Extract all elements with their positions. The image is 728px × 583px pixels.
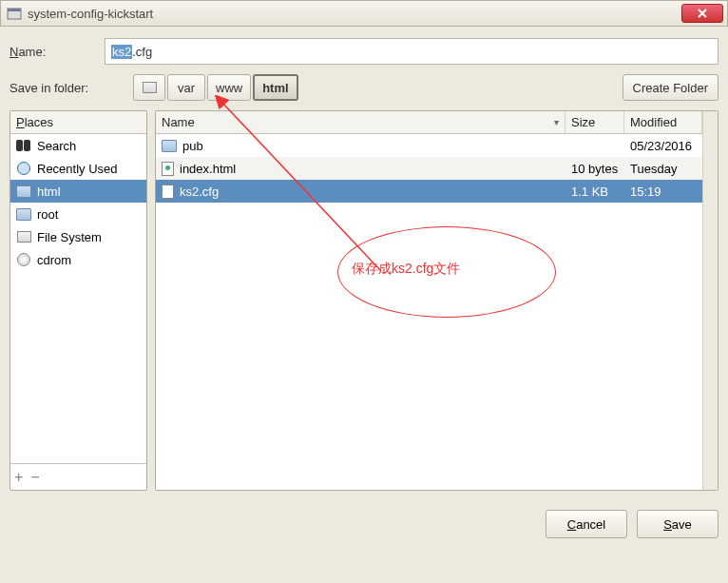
places-item-root[interactable]: root (10, 203, 146, 225)
disc-icon (17, 253, 30, 266)
path-crumb-html[interactable]: html (253, 74, 297, 101)
filename-selection: ks2 (111, 45, 132, 59)
close-button[interactable] (681, 4, 723, 23)
add-bookmark-button[interactable]: + (14, 469, 23, 486)
places-item-html[interactable]: html (10, 180, 146, 203)
path-crumb-www[interactable]: www (207, 74, 251, 101)
places-toolbar: + − (10, 463, 146, 490)
file-list-header: Name▾ Size Modified (156, 111, 702, 134)
clock-icon (17, 162, 30, 175)
cancel-button[interactable]: Cancel (546, 510, 627, 538)
svg-rect-1 (8, 9, 21, 11)
dialog-footer: Cancel Save (0, 498, 728, 538)
drive-icon (17, 231, 31, 243)
app-icon (7, 6, 22, 21)
places-panel: Places Search Recently Used html root Fi… (10, 110, 147, 491)
create-folder-button[interactable]: Create Folder (623, 74, 718, 101)
places-list: Search Recently Used html root File Syst… (10, 134, 146, 463)
folder-icon (162, 140, 177, 152)
drive-icon (143, 82, 157, 93)
path-crumb-var[interactable]: var (167, 74, 205, 101)
places-item-cdrom[interactable]: cdrom (10, 248, 146, 271)
window-title: system-config-kickstart (28, 7, 153, 21)
html-file-icon (162, 162, 174, 176)
binoculars-icon (16, 140, 31, 151)
folder-row: Save in folder: var www html Create Fold… (10, 74, 718, 101)
places-item-filesystem[interactable]: File System (10, 225, 146, 248)
places-header[interactable]: Places (10, 111, 146, 134)
remove-bookmark-button[interactable]: − (30, 469, 39, 486)
titlebar: system-config-kickstart (0, 0, 728, 27)
column-modified[interactable]: Modified (624, 111, 702, 133)
folder-icon (16, 185, 31, 198)
sort-indicator-icon: ▾ (554, 117, 559, 127)
file-row[interactable]: index.html 10 bytes Tuesday (156, 157, 702, 180)
file-list-panel: Name▾ Size Modified pub 05/23/2016 index… (155, 110, 718, 491)
places-item-recent[interactable]: Recently Used (10, 157, 146, 180)
file-list: pub 05/23/2016 index.html 10 bytes Tuesd… (156, 134, 702, 490)
column-size[interactable]: Size (565, 111, 624, 133)
folder-icon (16, 208, 31, 221)
vertical-scrollbar[interactable] (702, 111, 718, 490)
filename-input[interactable]: ks2.cfg (105, 38, 718, 65)
file-row[interactable]: pub 05/23/2016 (156, 134, 702, 157)
name-label: Name: (10, 45, 105, 59)
save-button[interactable]: Save (637, 510, 718, 538)
text-file-icon (162, 185, 174, 199)
column-name[interactable]: Name▾ (156, 111, 565, 133)
name-row: Name: ks2.cfg (10, 38, 718, 65)
places-item-search[interactable]: Search (10, 134, 146, 157)
path-root-button[interactable] (133, 74, 165, 101)
file-row[interactable]: ks2.cfg 1.1 KB 15:19 (156, 180, 702, 203)
folder-label: Save in folder: (10, 81, 133, 95)
